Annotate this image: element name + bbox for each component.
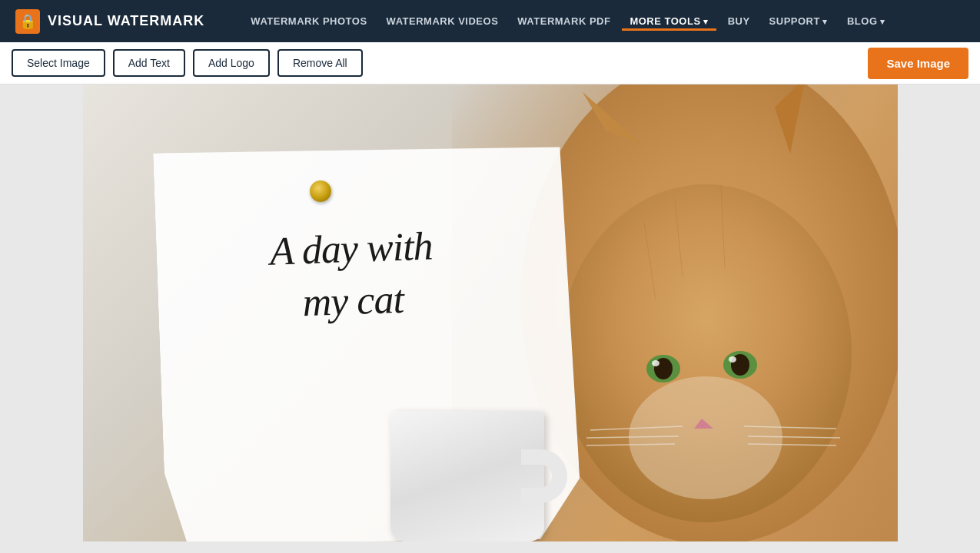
mug [375,388,575,541]
nav-buy[interactable]: BUY [720,12,758,31]
add-text-button[interactable]: Add Text [113,49,185,77]
toolbar: Select Image Add Text Add Logo Remove Al… [0,42,980,84]
remove-all-button[interactable]: Remove All [277,49,363,77]
select-image-button[interactable]: Select Image [12,49,105,77]
svg-point-4 [629,376,782,499]
push-pin [310,180,331,202]
navbar: 🔒 VISUAL WATERMARK WATERMARK PHOTOS WATE… [0,0,980,42]
image-canvas[interactable]: A day with my cat [83,84,898,541]
note-text: A day with my cat [188,217,514,333]
nav-more-tools[interactable]: MORE TOOLS [622,12,716,31]
nav-blog[interactable]: BLOG [839,12,893,31]
mug-handle [521,449,567,503]
logo[interactable]: 🔒 VISUAL WATERMARK [15,9,204,34]
logo-icon: 🔒 [15,9,40,34]
nav-links: WATERMARK PHOTOS WATERMARK VIDEOS WATERM… [243,12,965,31]
nav-watermark-photos[interactable]: WATERMARK PHOTOS [243,12,374,31]
save-image-button[interactable]: Save Image [868,48,968,79]
canvas-area: A day with my cat [0,84,980,553]
svg-point-10 [729,356,736,363]
nav-watermark-pdf[interactable]: WATERMARK PDF [510,12,618,31]
svg-point-9 [652,360,659,366]
add-logo-button[interactable]: Add Logo [193,49,270,77]
brand-name: VISUAL WATERMARK [48,13,204,29]
nav-support[interactable]: SUPPORT [762,12,835,31]
nav-watermark-videos[interactable]: WATERMARK VIDEOS [379,12,507,31]
